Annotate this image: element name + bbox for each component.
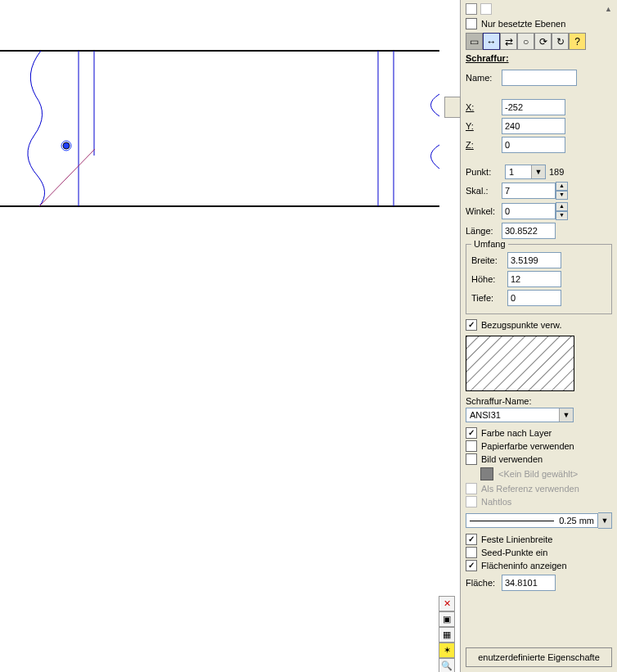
input-x[interactable] (502, 99, 565, 115)
input-laenge[interactable] (502, 223, 556, 239)
label-breite: Breite: (471, 255, 507, 265)
canvas-vertical-toolbar: ✕ ▣ ▦ ✶ 🔍 (439, 596, 455, 672)
dropdown-lineweight[interactable]: ▼ (598, 512, 612, 529)
tool-close-icon[interactable]: ✕ (439, 596, 455, 611)
svg-rect-10 (466, 336, 574, 390)
tool-delete-icon[interactable]: ▣ (439, 611, 455, 627)
label-occupied-layers: Nur besetzte Ebenen (481, 19, 565, 29)
legend-umfang: Umfang (471, 239, 508, 249)
dropdown-schraffur-name[interactable]: ANSI31 ▼ (466, 408, 574, 422)
chevron-down-icon: ▼ (531, 165, 545, 178)
spin-down-icon[interactable]: ▼ (556, 191, 568, 200)
mini-icon-2 (480, 3, 492, 15)
label-schraffur-name: Schraffur-Name: (466, 396, 612, 406)
svg-line-6 (39, 149, 95, 206)
label-kein-bild: <Kein Bild gewählt> (498, 469, 578, 479)
fieldset-umfang: Umfang Breite: Höhe: Tiefe: (466, 244, 612, 314)
tool-highlight-icon[interactable]: ✶ (439, 643, 455, 658)
tool-grid-icon[interactable]: ▦ (439, 627, 455, 643)
checkbox-farbe-layer[interactable] (466, 427, 477, 439)
input-y[interactable] (502, 118, 565, 134)
label-tiefe: Tiefe: (471, 293, 507, 303)
input-winkel[interactable] (502, 203, 556, 219)
label-als-referenz: Als Referenz verwenden (481, 484, 579, 494)
spin-up-icon[interactable]: ▲ (556, 202, 568, 211)
lineweight-value: 0.25 mm (559, 516, 594, 525)
checkbox-occupied-layers[interactable] (466, 18, 477, 29)
label-x: X: (466, 102, 502, 112)
tooltype-6-icon[interactable]: ↻ (552, 33, 569, 50)
label-farbe-layer: Farbe nach Layer (481, 428, 552, 438)
label-name: Name: (466, 73, 502, 83)
spin-down-icon[interactable]: ▼ (556, 211, 568, 220)
input-flaeche[interactable] (502, 575, 556, 591)
lineweight-display: 0.25 mm (466, 513, 598, 528)
checkbox-nahtlos (466, 496, 477, 507)
label-y: Y: (466, 121, 502, 131)
label-flaeche: Fläche: (466, 578, 502, 588)
input-name[interactable] (502, 70, 577, 86)
checkbox-flaecheninfo[interactable] (466, 560, 477, 571)
input-skal[interactable] (502, 183, 556, 199)
tooltype-2-icon[interactable]: ↔ (483, 33, 500, 50)
panel-collapse-tab[interactable] (444, 97, 461, 118)
label-nahtlos: Nahtlos (481, 497, 511, 507)
drawing-canvas[interactable] (0, 0, 458, 672)
checkbox-papierfarbe[interactable] (466, 440, 477, 452)
spin-up-icon[interactable]: ▲ (556, 182, 568, 191)
image-swatch (480, 467, 493, 480)
mini-icon (466, 3, 477, 15)
label-seed-punkte: Seed-Punkte ein (481, 548, 547, 557)
label-hoehe: Höhe: (471, 274, 507, 284)
checkbox-bezugspunkte[interactable] (466, 319, 477, 331)
checkbox-als-referenz (466, 483, 477, 494)
svg-point-7 (63, 142, 70, 149)
hatch-preview (466, 336, 574, 391)
entity-type-toolbar: ▭ ↔ ⇄ ○ ⟳ ↻ ? (466, 33, 612, 50)
user-properties-button[interactable]: enutzerdefinierte Eigenschafte (466, 647, 612, 667)
label-punkt-count: 189 (549, 167, 564, 177)
input-hoehe[interactable] (507, 271, 561, 287)
label-flaecheninfo: Flächeninfo anzeigen (481, 561, 567, 571)
tooltype-help-icon[interactable]: ? (569, 33, 586, 50)
label-laenge: Länge: (466, 226, 502, 236)
dropdown-schraffur-value: ANSI31 (470, 410, 501, 420)
label-bild-verwenden: Bild verwenden (481, 454, 543, 464)
section-heading-schraffur: Schraffur: (466, 53, 612, 63)
label-skal: Skal.: (466, 186, 502, 196)
label-punkt: Punkt: (466, 167, 502, 177)
checkbox-feste-lb[interactable] (466, 534, 477, 545)
label-feste-lb: Feste Linienbreite (481, 534, 552, 544)
tooltype-1-icon[interactable]: ▭ (466, 33, 483, 50)
dropdown-punkt[interactable]: 1 ▼ (505, 165, 546, 179)
tooltype-5-icon[interactable]: ⟳ (534, 33, 552, 50)
label-papierfarbe: Papierfarbe verwenden (481, 441, 574, 451)
input-z[interactable] (502, 137, 565, 153)
tool-zoom-icon[interactable]: 🔍 (439, 658, 455, 672)
checkbox-seed-punkte[interactable] (466, 547, 477, 558)
input-tiefe[interactable] (507, 290, 561, 306)
dropdown-punkt-value: 1 (509, 167, 514, 177)
properties-panel: ▲ Nur besetzte Ebenen ▭ ↔ ⇄ ○ ⟳ ↻ ? Schr… (460, 0, 617, 672)
checkbox-bild-verwenden[interactable] (466, 453, 477, 465)
label-bezugspunkte: Bezugspunkte verw. (481, 320, 561, 330)
input-breite[interactable] (507, 252, 561, 268)
lineweight-sample-icon (470, 521, 554, 521)
chevron-down-icon: ▼ (559, 408, 573, 422)
tooltype-3-icon[interactable]: ⇄ (500, 33, 517, 50)
label-winkel: Winkel: (466, 206, 502, 216)
user-properties-label: enutzerdefinierte Eigenschafte (478, 652, 600, 662)
tooltype-4-icon[interactable]: ○ (517, 33, 534, 50)
label-z: Z: (466, 140, 502, 150)
spin-up-icon[interactable]: ▲ (605, 5, 612, 13)
